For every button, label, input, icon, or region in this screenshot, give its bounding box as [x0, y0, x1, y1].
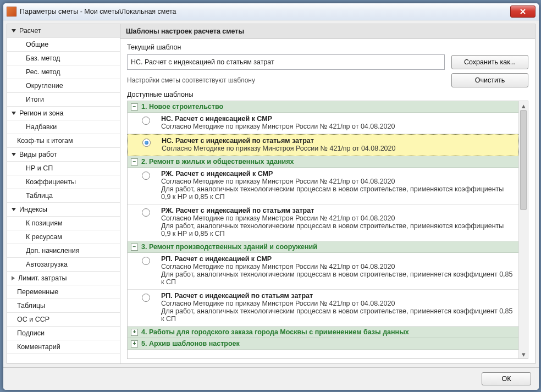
template-group-title: 3. Ремонт производственных зданий и соор… [141, 243, 317, 251]
chevron-down-icon [12, 153, 16, 156]
templates-scrollbar[interactable]: ▴ ▾ [518, 101, 528, 358]
template-description: Согласно Методике по приказу Минстроя Ро… [161, 263, 514, 286]
sidebar-item[interactable]: Надбавки [7, 120, 120, 134]
sidebar-group-header[interactable]: Расчет [7, 24, 120, 38]
sidebar-item[interactable]: Округление [7, 79, 120, 93]
template-body: РЖ. Расчет с индексацией по статьям затр… [161, 207, 514, 238]
template-group-title: 4. Работы для городского заказа города М… [141, 328, 409, 336]
template-title: РП. Расчет с индексацией по статьям затр… [161, 292, 514, 300]
sidebar-item[interactable]: Таблица [7, 189, 120, 203]
clear-button[interactable]: Очистить [451, 73, 528, 87]
scroll-down-icon[interactable]: ▾ [519, 350, 528, 358]
sidebar-group-header[interactable]: Виды работ [7, 148, 120, 162]
template-row[interactable]: РП. Расчет с индексацией по статьям затр… [128, 290, 518, 327]
template-group-header[interactable]: −1. Новое строительство [128, 101, 518, 113]
template-group-header[interactable]: +5. Архив шаблонов настроек [128, 338, 518, 350]
sidebar-item[interactable]: Итоги [7, 93, 120, 107]
sidebar-item[interactable]: Доп. начисления [7, 244, 120, 258]
dialog-footer: ОК [3, 367, 539, 390]
template-radio[interactable] [142, 208, 150, 217]
template-group-header[interactable]: +4. Работы для городского заказа города … [128, 327, 518, 338]
expand-icon[interactable]: + [131, 329, 138, 336]
sidebar-item[interactable]: Рес. метод [7, 65, 120, 79]
templates-container: −1. Новое строительствоНС. Расчет с инде… [127, 101, 528, 359]
collapse-icon[interactable]: − [131, 244, 138, 251]
template-body: РП. Расчет с индексацией по статьям затр… [161, 292, 514, 323]
template-group-header[interactable]: −2. Ремонт в жилых и общественных здания… [128, 156, 518, 168]
sidebar-item[interactable]: Общие [7, 38, 120, 52]
template-body: РЖ. Расчет с индексацией к СМРСогласно М… [161, 170, 514, 201]
template-group-title: 5. Архив шаблонов настроек [141, 340, 240, 347]
sidebar-group-header[interactable]: Подписи [7, 327, 120, 340]
chevron-right-icon [12, 276, 15, 280]
sidebar-item[interactable]: Автозагрузка [7, 258, 120, 272]
form-area: Текущий шаблон Сохранить как... Настройк… [120, 39, 535, 87]
sidebar[interactable]: РасчетОбщиеБаз. методРес. методОкруглени… [7, 24, 120, 363]
sidebar-item[interactable]: К ресурсам [7, 230, 120, 244]
template-title: РЖ. Расчет с индексацией по статьям затр… [161, 207, 514, 214]
template-description: Согласно Методике по приказу Минстроя Ро… [161, 300, 514, 323]
sidebar-item[interactable]: Баз. метод [7, 52, 120, 65]
sidebar-group-header[interactable]: Лимит. затраты [7, 272, 120, 285]
split-container: РасчетОбщиеБаз. методРес. методОкруглени… [7, 24, 536, 364]
chevron-down-icon [12, 112, 16, 115]
template-title: РЖ. Расчет с индексацией к СМР [161, 170, 514, 178]
sidebar-group-label: Регион и зона [19, 109, 63, 117]
template-body: НС. Расчет с индексацией к СМРСогласно М… [161, 115, 514, 130]
template-hint: Настройки сметы соответствуют шаблону [127, 76, 445, 84]
sidebar-group-header[interactable]: ОС и ССР [7, 313, 120, 327]
sidebar-item[interactable]: НР и СП [7, 162, 120, 175]
client-area: РасчетОбщиеБаз. методРес. методОкруглени… [3, 20, 539, 390]
sidebar-group-label: Лимит. затраты [18, 274, 67, 282]
template-row[interactable]: НС. Расчет с индексацией к СМРСогласно М… [128, 113, 518, 134]
sidebar-group-header[interactable]: Комментарий [7, 340, 120, 354]
template-radio[interactable] [142, 294, 150, 302]
scroll-up-icon[interactable]: ▴ [519, 101, 528, 110]
template-radio[interactable] [142, 139, 151, 147]
chevron-down-icon [12, 208, 16, 211]
scroll-track[interactable] [519, 110, 528, 350]
sidebar-group-header[interactable]: Таблицы [7, 299, 120, 313]
sidebar-group-label: Подписи [17, 329, 45, 337]
sidebar-group-header[interactable]: Индексы [7, 203, 120, 217]
sidebar-item[interactable]: К позициям [7, 217, 120, 230]
template-radio[interactable] [142, 172, 150, 180]
titlebar[interactable]: Параметры сметы - Мои сметы\Локальная см… [3, 3, 539, 20]
template-body: РП. Расчет с индексацией к СМРСогласно М… [161, 255, 514, 286]
template-description: Согласно Методике по приказу Минстроя Ро… [161, 123, 514, 130]
template-description: Согласно Методике по приказу Минстроя Ро… [161, 214, 514, 238]
sidebar-group-header[interactable]: Коэф-ты к итогам [7, 134, 120, 148]
template-group-header[interactable]: −3. Ремонт производственных зданий и соо… [128, 241, 518, 253]
close-button[interactable] [510, 5, 536, 18]
template-group-title: 2. Ремонт в жилых и общественных зданиях [141, 158, 294, 165]
template-radio[interactable] [142, 257, 150, 265]
template-row[interactable]: РЖ. Расчет с индексацией к СМРСогласно М… [128, 168, 518, 205]
collapse-icon[interactable]: − [131, 103, 138, 111]
template-row[interactable]: РЖ. Расчет с индексацией по статьям затр… [128, 205, 518, 241]
template-row[interactable]: РП. Расчет с индексацией к СМРСогласно М… [128, 253, 518, 290]
collapse-icon[interactable]: − [131, 158, 138, 165]
templates-list[interactable]: −1. Новое строительствоНС. Расчет с инде… [128, 101, 518, 358]
main-panel: Шаблоны настроек расчета сметы Текущий ш… [120, 24, 535, 363]
template-radio[interactable] [142, 117, 150, 125]
close-icon [520, 9, 526, 14]
sidebar-group-header[interactable]: Переменные [7, 285, 120, 299]
sidebar-group-label: Индексы [19, 206, 47, 213]
sidebar-item[interactable]: Коэффициенты [7, 175, 120, 189]
template-title: РП. Расчет с индексацией к СМР [161, 255, 514, 263]
section-title: Шаблоны настроек расчета сметы [120, 24, 535, 39]
save-as-button[interactable]: Сохранить как... [451, 55, 528, 69]
window-title: Параметры сметы - Мои сметы\Локальная см… [20, 8, 510, 15]
sidebar-group-header[interactable]: Регион и зона [7, 107, 120, 120]
template-row[interactable]: НС. Расчет с индексацией по статьям затр… [128, 134, 518, 156]
current-template-input[interactable] [127, 54, 445, 70]
available-templates-label: Доступные шаблоны [120, 87, 535, 101]
scroll-thumb[interactable] [520, 110, 527, 210]
app-icon [7, 7, 16, 16]
expand-icon[interactable]: + [131, 340, 138, 347]
sidebar-group-label: Коэф-ты к итогам [17, 137, 73, 145]
template-title: НС. Расчет с индексацией по статьям затр… [162, 137, 514, 145]
template-title: НС. Расчет с индексацией к СМР [161, 115, 514, 123]
ok-button[interactable]: ОК [482, 372, 531, 385]
template-description: Согласно Методике по приказу Минстроя Ро… [161, 178, 514, 201]
